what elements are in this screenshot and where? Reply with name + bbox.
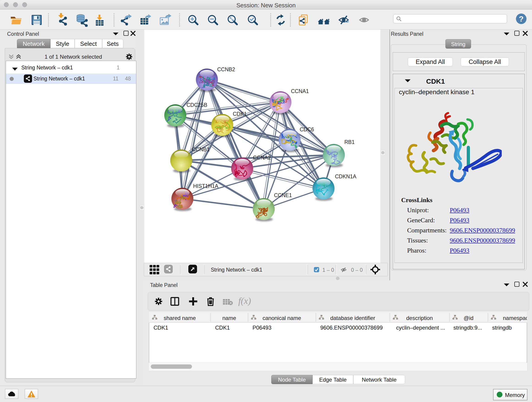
svg-text:CDC25B: CDC25B (186, 102, 207, 108)
svg-text:CCNE1: CCNE1 (274, 192, 292, 198)
svg-text:CDKN1A: CDKN1A (335, 173, 356, 179)
svg-text:CCNA1: CCNA1 (291, 88, 309, 94)
svg-text:CCNA2: CCNA2 (253, 155, 271, 161)
svg-text:CDK1: CDK1 (233, 111, 247, 117)
svg-text:CDC6: CDC6 (300, 127, 314, 133)
svg-text:HIST1H1A: HIST1H1A (193, 183, 219, 189)
svg-text:CCNB1: CCNB1 (192, 147, 210, 153)
svg-text:CCNB2: CCNB2 (217, 66, 235, 72)
svg-text:RB1: RB1 (344, 139, 355, 145)
